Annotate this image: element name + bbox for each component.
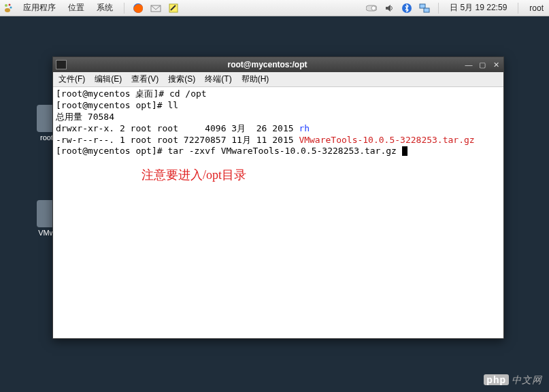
svg-point-3	[5, 8, 10, 12]
prompt: [root@mycentos opt]#	[56, 100, 167, 110]
annotation-text: 注意要进入/opt目录	[142, 167, 246, 183]
close-button[interactable]: ✕	[491, 60, 501, 69]
svg-point-0	[5, 4, 7, 7]
watermark-brand: php	[484, 374, 509, 385]
minimize-button[interactable]: —	[464, 60, 473, 69]
menu-system[interactable]: 系统	[94, 2, 116, 14]
command: cd /opt	[169, 88, 207, 99]
bluetooth-icon[interactable]	[401, 3, 412, 14]
terminal-body[interactable]: [root@mycentos 桌面]# cd /opt [root@mycent…	[53, 87, 503, 338]
output-line: -rw-r--r--. 1 root root 72270857 11月 11 …	[56, 135, 299, 145]
desktop: root… VMw… root@mycentos:/opt — ▢ ✕ 文件(F…	[0, 16, 549, 392]
menu-applications[interactable]: 应用程序	[20, 2, 59, 14]
terminal-cursor	[402, 146, 407, 156]
dir-name: rh	[299, 123, 310, 133]
svg-rect-10	[420, 4, 425, 8]
watermark-text: 中文网	[512, 374, 542, 385]
terminal-window: root@mycentos:/opt — ▢ ✕ 文件(F) 编辑(E) 查看(…	[52, 56, 504, 339]
svg-rect-11	[424, 8, 429, 12]
svg-point-1	[9, 3, 11, 5]
top-panel: 应用程序 位置 系统 日 5月 19 22:59 root	[0, 0, 549, 16]
menu-view[interactable]: 查看(V)	[131, 74, 159, 85]
maximize-button[interactable]: ▢	[478, 60, 487, 69]
command: tar -zxvf VMwareTools-10.0.5-3228253.tar…	[167, 146, 401, 156]
menu-search[interactable]: 搜索(S)	[168, 74, 195, 85]
panel-right: 日 5月 19 22:59 root	[366, 2, 546, 14]
archive-name: VMwareTools-10.0.5-3228253.tar.gz	[299, 135, 474, 145]
user-menu[interactable]: root	[527, 3, 546, 13]
terminal-icon	[56, 60, 67, 69]
window-controls: — ▢ ✕	[464, 60, 501, 69]
firefox-icon[interactable]	[133, 3, 144, 14]
separator	[124, 3, 124, 14]
output-line: 总用量 70584	[56, 112, 114, 122]
window-title: root@mycentos:/opt	[71, 60, 464, 69]
network-icon[interactable]	[419, 3, 430, 14]
panel-left: 应用程序 位置 系统	[3, 2, 179, 14]
menu-edit[interactable]: 编辑(E)	[95, 74, 122, 85]
input-method-icon[interactable]	[366, 3, 377, 14]
notes-icon[interactable]	[168, 3, 179, 14]
svg-point-8	[371, 5, 376, 10]
gnome-foot-icon[interactable]	[3, 3, 14, 14]
separator	[438, 3, 439, 14]
volume-icon[interactable]	[384, 3, 395, 14]
menu-terminal[interactable]: 终端(T)	[205, 74, 231, 85]
prompt: [root@mycentos opt]#	[56, 146, 167, 156]
menu-file[interactable]: 文件(F)	[59, 74, 85, 85]
mail-icon[interactable]	[150, 3, 161, 14]
separator	[518, 3, 518, 14]
clock[interactable]: 日 5月 19 22:59	[447, 2, 510, 14]
watermark: php中文网	[484, 374, 542, 387]
output-line: drwxr-xr-x. 2 root root 4096 3月 26 2015	[56, 123, 299, 133]
svg-point-2	[10, 6, 12, 8]
prompt: [root@mycentos 桌面]#	[56, 88, 169, 99]
menubar: 文件(F) 编辑(E) 查看(V) 搜索(S) 终端(T) 帮助(H)	[53, 72, 503, 87]
command: ll	[167, 100, 178, 110]
menu-places[interactable]: 位置	[65, 2, 87, 14]
titlebar[interactable]: root@mycentos:/opt — ▢ ✕	[53, 57, 503, 72]
menu-help[interactable]: 帮助(H)	[242, 74, 269, 85]
